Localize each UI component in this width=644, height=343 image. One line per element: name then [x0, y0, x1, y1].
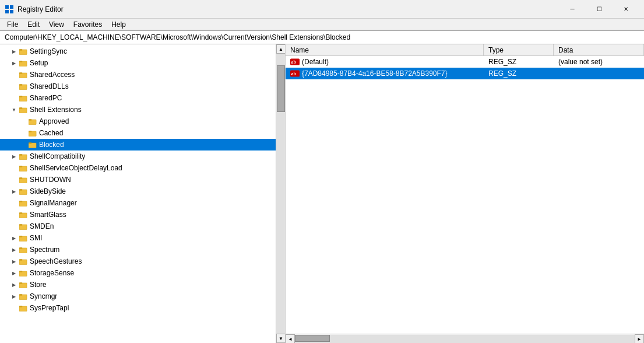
- tree-item-shared-dlls[interactable]: SharedDLLs: [0, 80, 285, 92]
- tree-expander[interactable]: ▶: [9, 187, 19, 196]
- menu-view[interactable]: View: [44, 19, 69, 30]
- svg-rect-25: [19, 166, 22, 167]
- tree-item-store[interactable]: ▶ Store: [0, 279, 285, 290]
- svg-rect-0: [5, 5, 9, 9]
- tree-item-cached[interactable]: Cached: [0, 127, 285, 139]
- tree-expander[interactable]: ▶: [9, 233, 19, 243]
- svg-rect-2: [5, 10, 9, 13]
- tree-expander[interactable]: ▶: [9, 280, 19, 289]
- table-row[interactable]: ab {7AD84985-87B4-4a16-BE58-8B72A5B390F7…: [286, 68, 644, 79]
- tree-item-smi[interactable]: ▶ SMI: [0, 232, 285, 244]
- tree-scrollbar-vertical[interactable]: ▲ ▼: [276, 44, 285, 343]
- col-header-type[interactable]: Type: [484, 44, 554, 55]
- tree-item-storage-sense[interactable]: ▶ StorageSense: [0, 267, 285, 279]
- tree-item-syspreptapi[interactable]: SysPrepTapi: [0, 302, 285, 314]
- menu-edit[interactable]: Edit: [23, 19, 44, 30]
- folder-icon: [19, 70, 28, 79]
- tree-item-label: ShellServiceObjectDelayLoad: [30, 164, 122, 172]
- tree-item-approved[interactable]: Approved: [0, 116, 285, 127]
- table-row[interactable]: ab (Default) REG_SZ(value not set): [286, 56, 644, 68]
- tree-item-shell-extensions[interactable]: ▼ Shell Extensions: [0, 104, 285, 116]
- svg-rect-43: [19, 271, 22, 272]
- svg-rect-11: [19, 84, 22, 86]
- scroll-right-button[interactable]: ►: [635, 334, 644, 343]
- close-button[interactable]: ✕: [613, 0, 639, 19]
- tree-expander[interactable]: ▶: [9, 292, 19, 301]
- tree-item-side-by-side[interactable]: ▶ SideBySide: [0, 186, 285, 197]
- tree-item-shared-access[interactable]: SharedAccess: [0, 69, 285, 80]
- tree-item-label: Setup: [30, 59, 48, 67]
- table-body: ab (Default) REG_SZ(value not set) ab {7…: [286, 56, 644, 334]
- tree-item-spectrum[interactable]: ▶ Spectrum: [0, 244, 285, 256]
- folder-icon: [19, 233, 28, 243]
- svg-rect-39: [19, 247, 22, 249]
- folder-icon: [19, 163, 28, 173]
- tree-item-blocked[interactable]: Blocked: [0, 139, 285, 150]
- tree-item-label: SMI: [30, 234, 42, 242]
- tree-item-label: Syncmgr: [30, 292, 57, 300]
- tree-item-syncmgr[interactable]: ▶ Syncmgr: [0, 290, 285, 302]
- tree-expander[interactable]: ▶: [9, 58, 19, 68]
- cell-name-text: (Default): [302, 58, 329, 66]
- folder-icon: [19, 105, 28, 114]
- tree-item-label: SideBySide: [30, 187, 66, 195]
- tree-expander[interactable]: ▶: [9, 152, 19, 161]
- tree-item-smart-glass[interactable]: SmartGlass: [0, 209, 285, 220]
- svg-rect-3: [10, 10, 13, 13]
- svg-rect-31: [19, 201, 22, 202]
- col-header-data[interactable]: Data: [554, 44, 644, 55]
- menu-bar: File Edit View Favorites Help: [0, 19, 644, 30]
- svg-rect-35: [19, 224, 22, 226]
- tree-item-smden[interactable]: SMDEn: [0, 220, 285, 232]
- minimize-button[interactable]: ─: [559, 0, 586, 19]
- address-path[interactable]: Computer\HKEY_LOCAL_MACHINE\SOFTWARE\Mic…: [5, 33, 350, 41]
- cell-type: REG_SZ: [484, 57, 554, 67]
- app-title: Registry Editor: [17, 5, 559, 13]
- svg-rect-45: [19, 282, 22, 284]
- folder-icon: [19, 222, 28, 231]
- menu-help[interactable]: Help: [107, 19, 131, 30]
- tree-item-shared-pc[interactable]: SharedPC: [0, 92, 285, 104]
- tree-expander[interactable]: ▶: [9, 257, 19, 266]
- scroll-left-button[interactable]: ◄: [286, 334, 295, 343]
- h-scroll-track[interactable]: [295, 335, 635, 343]
- right-scrollbar-horizontal[interactable]: ◄ ►: [286, 334, 644, 343]
- menu-file[interactable]: File: [2, 19, 23, 30]
- folder-icon: [28, 117, 37, 126]
- svg-rect-23: [19, 154, 22, 156]
- folder-icon: [19, 58, 28, 68]
- cell-type: REG_SZ: [484, 68, 554, 79]
- menu-favorites[interactable]: Favorites: [69, 19, 107, 30]
- tree-expander[interactable]: ▶: [9, 245, 19, 254]
- tree-expander[interactable]: ▶: [9, 268, 19, 278]
- cell-name: ab {7AD84985-87B4-4a16-BE58-8B72A5B390F7…: [286, 68, 484, 79]
- folder-icon: [19, 47, 28, 56]
- tree-item-setting-sync[interactable]: ▶ SettingSync: [0, 46, 285, 57]
- tree-item-shutdown[interactable]: SHUTDOWN: [0, 174, 285, 186]
- tree-expander[interactable]: ▼: [9, 105, 19, 114]
- h-scroll-thumb[interactable]: [295, 335, 330, 342]
- svg-rect-17: [29, 119, 31, 121]
- svg-rect-7: [19, 61, 22, 62]
- tree-expander[interactable]: ▶: [9, 47, 19, 56]
- folder-icon: [19, 303, 28, 313]
- svg-rect-1: [10, 5, 13, 9]
- restore-button[interactable]: ☐: [586, 0, 613, 19]
- tree-item-signal-manager[interactable]: SignalManager: [0, 197, 285, 209]
- folder-icon: [19, 175, 28, 184]
- svg-rect-33: [19, 212, 22, 214]
- folder-icon: [19, 198, 28, 208]
- tree-item-label: SpeechGestures: [30, 257, 82, 265]
- folder-icon: [19, 292, 28, 301]
- scroll-track[interactable]: [276, 54, 285, 334]
- svg-rect-13: [19, 96, 22, 97]
- scroll-up-button[interactable]: ▲: [276, 44, 286, 54]
- scroll-down-button[interactable]: ▼: [276, 334, 286, 343]
- tree-item-speech-gestures[interactable]: ▶ SpeechGestures: [0, 256, 285, 267]
- svg-rect-47: [19, 294, 22, 296]
- col-header-name[interactable]: Name: [286, 44, 484, 55]
- tree-item-shell-service-object[interactable]: ShellServiceObjectDelayLoad: [0, 162, 285, 174]
- tree-item-shell-compatibility[interactable]: ▶ ShellCompatibility: [0, 150, 285, 162]
- scroll-thumb[interactable]: [277, 65, 285, 112]
- tree-item-setup[interactable]: ▶ Setup: [0, 57, 285, 69]
